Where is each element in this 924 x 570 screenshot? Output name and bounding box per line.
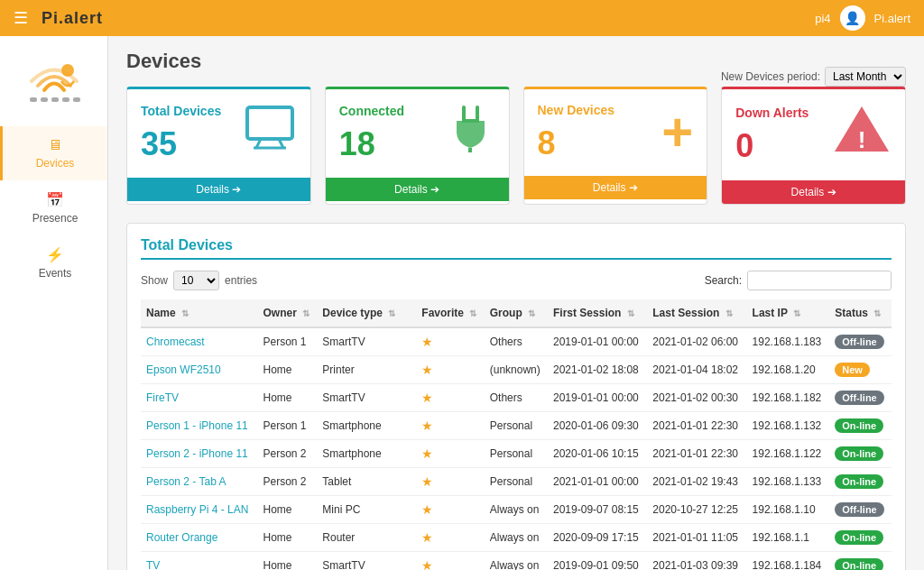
status-cell: Off-line [829, 384, 892, 412]
owner-cell: Person 1 [258, 412, 318, 440]
star-icon[interactable]: ★ [421, 363, 433, 377]
last-session-cell: 2021-01-01 11:05 [647, 524, 746, 552]
last-ip-cell: 192.168.1.20 [747, 356, 830, 384]
card-down-value: 0 [735, 127, 808, 165]
plug-icon [446, 103, 495, 164]
group-cell: Always on [485, 524, 548, 552]
col-device-type[interactable]: Device type ⇅ [317, 299, 416, 327]
star-icon[interactable]: ★ [421, 335, 433, 349]
star-icon[interactable]: ★ [421, 558, 433, 570]
favorite-cell[interactable]: ★ [416, 524, 484, 552]
sidebar: 🖥 Devices 📅 Presence ⚡ Events [0, 36, 108, 570]
group-cell: Personal [485, 468, 548, 496]
last-session-cell: 2021-01-01 22:30 [647, 440, 746, 468]
entries-select[interactable]: 10 25 50 100 [173, 271, 219, 290]
user-avatar[interactable]: 👤 [840, 5, 865, 31]
menu-icon[interactable]: ☰ [14, 8, 28, 28]
period-dropdown[interactable]: Last Month Last Week Last Day [825, 67, 906, 87]
device-name-cell[interactable]: Person 2 - iPhone 11 [141, 440, 258, 468]
card-total-devices: Total Devices 35 Details ➔ [126, 87, 311, 205]
sidebar-item-events[interactable]: ⚡ Events [0, 235, 107, 290]
favorite-cell[interactable]: ★ [416, 327, 484, 356]
table-row: Router Orange Home Router ★ Always on 20… [141, 524, 892, 552]
favorite-cell[interactable]: ★ [416, 356, 484, 384]
status-cell: On-line [829, 440, 892, 468]
favorite-cell[interactable]: ★ [416, 552, 484, 571]
main-content: Devices New Devices period: Last Month L… [108, 36, 924, 570]
card-new-footer[interactable]: Details ➔ [524, 176, 707, 199]
device-name-cell[interactable]: Chromecast [141, 327, 258, 356]
col-last-ip[interactable]: Last IP ⇅ [747, 299, 830, 327]
last-ip-cell: 192.168.1.183 [747, 327, 830, 356]
app-name-label: Pi.alert [874, 12, 910, 25]
favorite-cell[interactable]: ★ [416, 440, 484, 468]
card-connected-footer[interactable]: Details ➔ [326, 178, 509, 201]
star-icon[interactable]: ★ [421, 474, 433, 489]
brand-logo: Pi.alert [42, 9, 103, 28]
devices-table: Name ⇅ Owner ⇅ Device type ⇅ Favorite ⇅ … [141, 299, 892, 570]
device-type-cell: Printer [317, 356, 416, 384]
device-name-cell[interactable]: Person 1 - iPhone 11 [141, 412, 258, 440]
devices-table-section: Total Devices Show 10 25 50 100 entries … [126, 223, 906, 570]
favorite-cell[interactable]: ★ [416, 412, 484, 440]
sidebar-item-presence[interactable]: 📅 Presence [0, 180, 107, 235]
col-first-session[interactable]: First Session ⇅ [548, 299, 647, 327]
events-icon: ⚡ [46, 246, 64, 263]
card-down-footer[interactable]: Details ➔ [722, 180, 905, 204]
favorite-cell[interactable]: ★ [416, 384, 484, 412]
favorite-cell[interactable]: ★ [416, 468, 484, 496]
devices-icon: 🖥 [48, 137, 62, 153]
table-title: Total Devices [141, 237, 892, 260]
favorite-cell[interactable]: ★ [416, 496, 484, 524]
group-cell: Others [485, 327, 548, 356]
card-total-value: 35 [141, 125, 221, 163]
last-session-cell: 2021-01-02 06:00 [647, 327, 746, 356]
last-ip-cell: 192.168.1.1 [747, 524, 830, 552]
show-entries: Show 10 25 50 100 entries [141, 271, 257, 290]
device-name-cell[interactable]: Router Orange [141, 524, 258, 552]
svg-point-0 [61, 64, 74, 77]
table-header: Name ⇅ Owner ⇅ Device type ⇅ Favorite ⇅ … [141, 299, 892, 327]
svg-rect-6 [247, 107, 292, 139]
card-total-footer[interactable]: Details ➔ [127, 178, 310, 201]
table-row: FireTV Home SmartTV ★ Others 2019-01-01 … [141, 384, 892, 412]
device-name-cell[interactable]: TV [141, 552, 258, 571]
col-owner[interactable]: Owner ⇅ [258, 299, 318, 327]
device-name-cell[interactable]: Epson WF2510 [141, 356, 258, 384]
last-session-cell: 2021-01-03 09:39 [647, 552, 746, 571]
device-type-cell: SmartTV [317, 327, 416, 356]
summary-cards: New Devices period: Last Month Last Week… [126, 87, 906, 205]
card-connected-body: Connected 18 [326, 89, 509, 178]
device-name-cell[interactable]: FireTV [141, 384, 258, 412]
device-type-cell: SmartTV [317, 384, 416, 412]
col-name[interactable]: Name ⇅ [141, 299, 258, 327]
entries-label: entries [225, 274, 257, 287]
sidebar-item-devices[interactable]: 🖥 Devices [0, 126, 107, 180]
star-icon[interactable]: ★ [421, 530, 433, 545]
col-group[interactable]: Group ⇅ [485, 299, 548, 327]
sidebar-item-events-label: Events [39, 267, 72, 280]
owner-cell: Home [258, 384, 318, 412]
card-down-alerts: Down Alerts 0 ! Details ➔ [721, 87, 906, 205]
first-session-cell: 2020-09-09 17:15 [548, 524, 647, 552]
search-input[interactable] [747, 271, 892, 290]
col-last-session[interactable]: Last Session ⇅ [647, 299, 746, 327]
card-new-label: New Devices [538, 103, 615, 117]
last-ip-cell: 192.168.1.10 [747, 496, 830, 524]
col-status[interactable]: Status ⇅ [829, 299, 892, 327]
star-icon[interactable]: ★ [421, 418, 433, 433]
brand-name: Pi [42, 9, 59, 27]
col-favorite[interactable]: Favorite ⇅ [416, 299, 484, 327]
status-badge: On-line [835, 558, 883, 570]
status-badge: Off-line [835, 391, 884, 405]
star-icon[interactable]: ★ [421, 446, 433, 461]
device-name-cell[interactable]: Person 2 - Tab A [141, 468, 258, 496]
table-body: Chromecast Person 1 SmartTV ★ Others 201… [141, 327, 892, 570]
username-label: pi4 [815, 12, 830, 25]
star-icon[interactable]: ★ [421, 502, 433, 517]
card-new-body: New Devices 8 + [524, 89, 707, 176]
star-icon[interactable]: ★ [421, 391, 433, 405]
device-name-cell[interactable]: Raspberry Pi 4 - LAN [141, 496, 258, 524]
sidebar-item-devices-label: Devices [36, 157, 75, 170]
owner-cell: Home [258, 356, 318, 384]
